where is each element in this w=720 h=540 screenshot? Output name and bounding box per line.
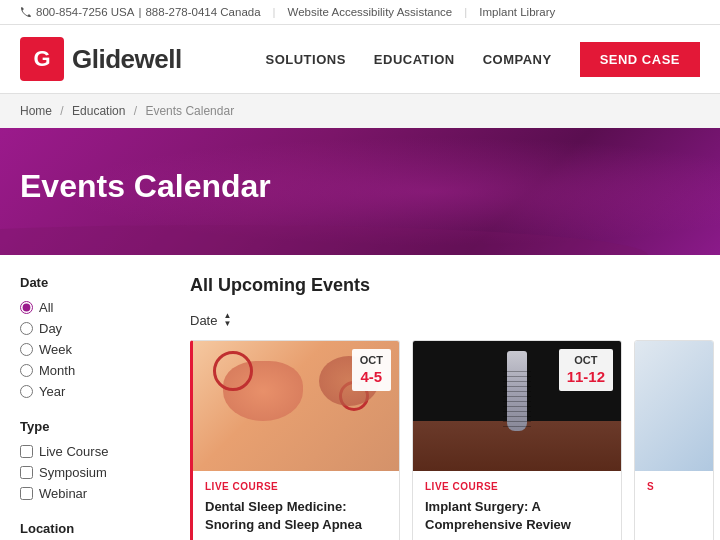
breadcrumb-home[interactable]: Home [20, 104, 52, 118]
implant-library-link[interactable]: Implant Library [479, 6, 555, 18]
circle-annotation-1 [213, 351, 253, 391]
sidebar: Date All Day Week Month [20, 275, 170, 540]
event-card-1[interactable]: OCT 4-5 LIVE COURSE Dental Sleep Medicin… [190, 340, 400, 540]
breadcrumb: Home / Education / Events Calendar [0, 94, 720, 128]
event-day-2: 11-12 [567, 367, 605, 387]
main-nav: SOLUTIONS EDUCATION COMPANY SEND CASE [266, 42, 701, 77]
nav-solutions[interactable]: SOLUTIONS [266, 52, 346, 67]
event-card-1-body: LIVE COURSE Dental Sleep Medicine: Snori… [193, 471, 399, 540]
type-webinar[interactable]: Webinar [20, 486, 170, 501]
event-type-2: LIVE COURSE [425, 481, 609, 492]
type-live-course-input[interactable] [20, 445, 33, 458]
date-radio-year-label: Year [39, 384, 65, 399]
event-card-3-body: S [635, 471, 713, 508]
logo-icon: G [20, 37, 64, 81]
header: G Glidewell SOLUTIONS EDUCATION COMPANY … [0, 25, 720, 94]
event-title-2: Implant Surgery: A Comprehensive Review [425, 498, 609, 534]
event-date-badge-2: OCT 11-12 [559, 349, 613, 391]
event-card-3[interactable]: S [634, 340, 714, 540]
nav-company[interactable]: COMPANY [483, 52, 552, 67]
location-filter-section: Location Elizabeth, NJ [20, 521, 170, 540]
logo-area[interactable]: G Glidewell [20, 37, 182, 81]
event-cards-row: OCT 4-5 LIVE COURSE Dental Sleep Medicin… [190, 340, 714, 540]
event-card-2-body: LIVE COURSE Implant Surgery: A Comprehen… [413, 471, 621, 540]
event-title-1: Dental Sleep Medicine: Snoring and Sleep… [205, 498, 387, 534]
type-webinar-input[interactable] [20, 487, 33, 500]
logo-text: Glidewell [72, 44, 182, 75]
date-radio-all-label: All [39, 300, 53, 315]
date-radio-month[interactable]: Month [20, 363, 170, 378]
date-radio-group: All Day Week Month Year [20, 300, 170, 399]
date-radio-month-label: Month [39, 363, 75, 378]
sort-control[interactable]: Date ▲ ▼ [190, 312, 231, 328]
type-symposium[interactable]: Symposium [20, 465, 170, 480]
event-month-1: OCT [360, 353, 383, 367]
date-radio-week-label: Week [39, 342, 72, 357]
hero-wave [0, 225, 720, 255]
type-symposium-label: Symposium [39, 465, 107, 480]
breadcrumb-sep2: / [134, 104, 141, 118]
type-live-course-label: Live Course [39, 444, 108, 459]
breadcrumb-sep1: / [60, 104, 67, 118]
date-filter-title: Date [20, 275, 170, 290]
phone-icon [20, 6, 32, 18]
event-card-2[interactable]: OCT 11-12 LIVE COURSE Implant Surgery: A… [412, 340, 622, 540]
event-day-1: 4-5 [360, 367, 383, 387]
type-live-course[interactable]: Live Course [20, 444, 170, 459]
date-radio-day-label: Day [39, 321, 62, 336]
type-checkbox-group: Live Course Symposium Webinar [20, 444, 170, 501]
date-radio-week-input[interactable] [20, 343, 33, 356]
hero-banner: Events Calendar [0, 128, 720, 255]
phone-usa: 800-854-7256 USA | 888-278-0414 Canada [20, 6, 261, 18]
events-area: All Upcoming Events Date ▲ ▼ [190, 275, 714, 540]
event-date-badge-1: OCT 4-5 [352, 349, 391, 391]
separator2: | [464, 6, 467, 18]
location-filter-title: Location [20, 521, 170, 536]
nav-education[interactable]: EDUCATION [374, 52, 455, 67]
page-title: Events Calendar [20, 168, 700, 205]
event-card-2-image: OCT 11-12 [413, 341, 621, 471]
date-radio-year-input[interactable] [20, 385, 33, 398]
date-radio-day-input[interactable] [20, 322, 33, 335]
type-symposium-input[interactable] [20, 466, 33, 479]
type-filter-section: Type Live Course Symposium Webinar [20, 419, 170, 501]
events-section-title: All Upcoming Events [190, 275, 370, 296]
date-radio-week[interactable]: Week [20, 342, 170, 357]
separator: | [273, 6, 276, 18]
event-type-3: S [647, 481, 701, 492]
implant-thread [503, 371, 531, 431]
event-card-3-image [635, 341, 713, 471]
event-card-1-image: OCT 4-5 [193, 341, 399, 471]
type-webinar-label: Webinar [39, 486, 87, 501]
event-month-2: OCT [567, 353, 605, 367]
accessibility-link[interactable]: Website Accessibility Assistance [288, 6, 453, 18]
date-filter-section: Date All Day Week Month [20, 275, 170, 399]
breadcrumb-current: Events Calendar [145, 104, 234, 118]
type-filter-title: Type [20, 419, 170, 434]
event-type-1: LIVE COURSE [205, 481, 387, 492]
sort-arrows: ▲ ▼ [223, 312, 231, 328]
sort-label: Date [190, 313, 217, 328]
card3-image [635, 341, 713, 471]
date-radio-year[interactable]: Year [20, 384, 170, 399]
date-radio-day[interactable]: Day [20, 321, 170, 336]
send-case-button[interactable]: SEND CASE [580, 42, 700, 77]
events-header: All Upcoming Events [190, 275, 714, 296]
date-radio-all-input[interactable] [20, 301, 33, 314]
top-bar: 800-854-7256 USA | 888-278-0414 Canada |… [0, 0, 720, 25]
breadcrumb-education[interactable]: Education [72, 104, 125, 118]
main-content: Date All Day Week Month [0, 255, 720, 540]
date-radio-all[interactable]: All [20, 300, 170, 315]
date-radio-month-input[interactable] [20, 364, 33, 377]
